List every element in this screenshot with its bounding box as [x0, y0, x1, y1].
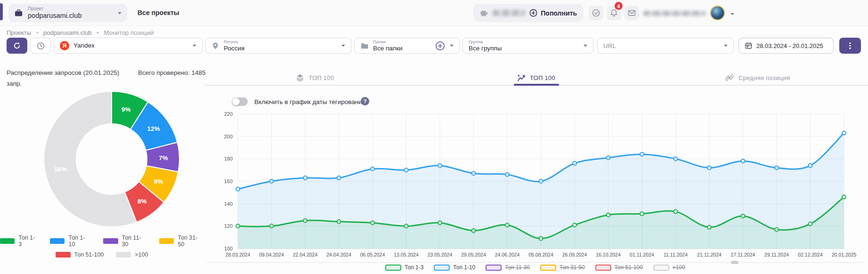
legend-swatch: [50, 238, 65, 244]
svg-text:100: 100: [224, 246, 233, 251]
chart-legend-item[interactable]: Топ 31-50: [540, 264, 585, 271]
svg-text:28.03.2024: 28.03.2024: [226, 252, 251, 258]
help-icon[interactable]: ?: [361, 97, 369, 105]
sidebar-edge[interactable]: [0, 3, 3, 20]
svg-text:120: 120: [224, 223, 233, 229]
avatar[interactable]: [710, 6, 725, 20]
chevron-down-icon: [724, 45, 728, 48]
chart-legend-item[interactable]: Топ 51-100: [595, 264, 643, 271]
breadcrumb-separator: •: [97, 29, 99, 36]
legend-swatch: [385, 265, 401, 271]
svg-text:21.11.2024: 21.11.2024: [697, 252, 722, 258]
date-range-button[interactable]: 28.03.2024 - 20.01.2025: [738, 38, 834, 54]
tasks-button[interactable]: [589, 6, 603, 20]
svg-text:8%: 8%: [138, 198, 147, 205]
region-label: Регион: [224, 40, 244, 45]
svg-text:11.11.2024: 11.11.2024: [664, 252, 688, 258]
folder-icon: [360, 42, 369, 50]
legend-swatch: [540, 265, 556, 271]
tab-label: ТОП 100: [530, 74, 555, 81]
average-position-icon: [725, 73, 734, 82]
history-button[interactable]: [30, 38, 51, 54]
total-checked: Всего проверено: 1485: [138, 69, 206, 76]
add-folder-button[interactable]: [435, 41, 445, 51]
more-actions-button[interactable]: [839, 38, 861, 54]
topup-button[interactable]: Пополнить: [529, 9, 577, 17]
tab-label: ТОП 100: [308, 74, 334, 81]
url-select[interactable]: URL: [597, 38, 734, 54]
all-projects-link[interactable]: Все проекты: [138, 9, 179, 16]
svg-text:140: 140: [224, 201, 233, 207]
account-email-redacted: [643, 11, 706, 16]
legend-label: Топ 51-100: [74, 251, 104, 258]
group-value: Все группы: [469, 45, 502, 52]
account-chevron-down-icon[interactable]: [730, 13, 734, 17]
breadcrumb-current: Монитор позиций: [104, 29, 154, 36]
total-checked-units: запр.: [7, 80, 22, 87]
toggle-knob: [232, 98, 240, 105]
chevron-down-icon: [584, 45, 587, 48]
group-select[interactable]: Группа Все группы: [462, 38, 593, 54]
project-selector[interactable]: Проект podparusami.club: [8, 4, 127, 22]
chevron-down-icon: [450, 45, 454, 48]
legend-label: Топ 1-3: [18, 234, 38, 248]
balance-redacted: [493, 10, 525, 16]
chart-legend-item[interactable]: Топ 11-30: [486, 264, 530, 271]
breadcrumb-projects-link[interactable]: Проекты: [7, 29, 31, 36]
line-chart: 10012014016018020022028.03.202409.04.202…: [203, 106, 868, 261]
url-placeholder: URL: [603, 42, 616, 49]
tab-top100-chart[interactable]: ТОП 100: [426, 71, 647, 85]
chart-legend-item[interactable]: Топ 1-3: [385, 264, 423, 271]
tab-top100-distribution[interactable]: ТОП 100: [204, 71, 426, 85]
search-engine-select[interactable]: Я Yandex: [54, 38, 203, 54]
kebab-menu-icon: [846, 41, 854, 50]
svg-text:09.04.2024: 09.04.2024: [259, 252, 284, 258]
svg-text:02.12.2024: 02.12.2024: [798, 252, 823, 258]
chart-legend-item[interactable]: >100: [653, 264, 685, 271]
refresh-button[interactable]: [7, 38, 27, 54]
legend-label: >100: [135, 251, 148, 258]
donut-legend-item: Топ 1-3: [0, 234, 38, 248]
tab-average-position[interactable]: Средняя позиция: [647, 71, 868, 85]
project-value: podparusami.club: [28, 12, 81, 20]
chart-scrollbar-handle[interactable]: [731, 261, 738, 264]
tagging-dates-toggle[interactable]: [232, 97, 248, 106]
group-label: Группа: [469, 40, 502, 45]
svg-text:24.06.2024: 24.06.2024: [495, 252, 520, 258]
svg-text:56%: 56%: [54, 166, 67, 173]
trend-chart-icon: [517, 74, 526, 82]
legend-swatch: [0, 238, 15, 244]
piggy-bank-icon: [479, 8, 488, 17]
svg-text:05.08.2024: 05.08.2024: [528, 252, 553, 258]
legend-swatch: [116, 252, 131, 258]
svg-text:29.05.2024: 29.05.2024: [461, 252, 486, 258]
yandex-logo-icon: Я: [60, 41, 69, 50]
tab-label: Средняя позиция: [738, 74, 790, 81]
svg-text:13.05.2024: 13.05.2024: [394, 252, 419, 258]
region-select[interactable]: Регион Россия: [205, 38, 351, 54]
chevron-down-icon: [341, 45, 345, 48]
chart-legend-item[interactable]: Топ 1-10: [434, 264, 475, 271]
active-tab-underline: [514, 84, 559, 86]
notifications-button[interactable]: 4: [607, 6, 621, 20]
breadcrumb: Проекты • podparusami.club • Монитор поз…: [7, 29, 154, 36]
svg-text:200: 200: [224, 134, 233, 139]
folders-select[interactable]: Папки Все папки: [354, 38, 460, 54]
balance-widget[interactable]: Пополнить: [473, 4, 583, 22]
mail-icon: [627, 8, 636, 17]
legend-label: Топ 11-30: [505, 264, 530, 271]
donut-legend-item: >100: [116, 251, 148, 258]
messages-button[interactable]: [625, 6, 639, 20]
svg-text:27.11.2024: 27.11.2024: [731, 252, 755, 258]
clock-icon: [36, 41, 45, 50]
legend-swatch: [653, 265, 669, 271]
legend-label: Топ 1-10: [453, 264, 475, 271]
topup-label: Пополнить: [541, 9, 577, 17]
folders-label: Папки: [373, 40, 403, 45]
tagging-dates-toggle-label: Включить в график даты тегирования: [254, 98, 365, 105]
breadcrumb-project-link[interactable]: podparusami.club: [43, 29, 92, 36]
legend-swatch: [434, 265, 450, 271]
location-pin-icon: [211, 41, 219, 50]
donut-legend-item: Топ 11-30: [103, 234, 147, 248]
legend-label: Топ 11-30: [122, 234, 147, 248]
